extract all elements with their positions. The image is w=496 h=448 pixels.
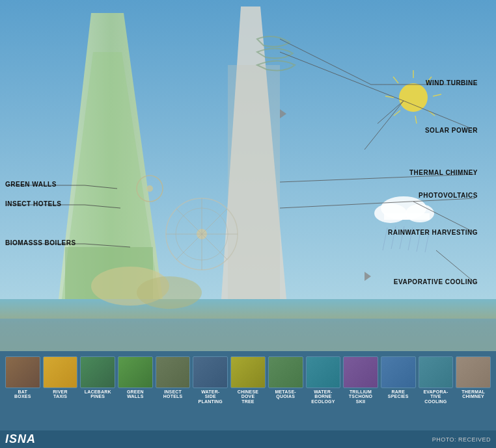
thumb-image-chinese-dove-tree: [230, 356, 266, 388]
thumb-label-metase-quoias: METASE- QUOIAS: [275, 389, 296, 399]
thumb-item-thermal-chimney: THERMAL CHIMNEY: [456, 356, 491, 430]
thumb-item-water-borne-ecology: WATER- BORNE ECOLOGY: [306, 356, 341, 430]
thumb-label-water-borne-ecology: WATER- BORNE ECOLOGY: [311, 389, 335, 404]
thumb-label-bat-boxes: BAT BOXES: [14, 389, 31, 399]
thumb-label-river-taxis: RIVER TAXIS: [53, 389, 67, 399]
thumb-image-water-borne-ecology: [306, 356, 341, 388]
thumb-image-river-taxis: [43, 356, 78, 388]
thumb-image-evaporative-cooling: [419, 356, 454, 388]
thumb-image-rare-species: [381, 356, 416, 388]
label-evaporative-cooling: EVAPORATIVE COOLING: [394, 278, 478, 285]
label-photovoltaics: PHOTOVOLTAICS: [419, 192, 478, 199]
thumb-label-chinese-dove-tree: CHINESE DOVE TREE: [238, 389, 259, 404]
thumb-item-trillium-tschono-skii: TRILLIUM TSCHONO SKII: [343, 356, 378, 430]
thumb-label-insect-hotels: INSECT HOTELS: [163, 389, 183, 399]
label-insect-hotels: INSECT HOTELS: [5, 200, 62, 207]
label-wind-turbine: WIND TURBINE: [426, 79, 478, 86]
thumb-label-evaporative-cooling: EVAPORA- TIVE COOLING: [423, 389, 448, 404]
label-thermal-chimney: THERMAL CHIMNEY: [409, 169, 478, 176]
thumb-label-lacebark-pines: LACEBARK PINES: [85, 389, 111, 399]
thumb-item-lacebark-pines: LACEBARK PINES: [80, 356, 115, 430]
thumb-label-rare-species: RARE SPECIES: [388, 389, 409, 399]
thumb-image-insect-hotels: [156, 356, 191, 388]
label-rainwater-harvesting: RAINWATER HARVESTING: [388, 229, 478, 236]
ground-area: [0, 263, 496, 351]
thumb-label-waterside-planting: WATER- SIDE PLANTING: [199, 389, 223, 404]
main-image: WIND TURBINE SOLAR POWER THERMAL CHIMNEY…: [0, 0, 496, 351]
thumb-item-bat-boxes: BAT BOXES: [5, 356, 40, 430]
thumbnails-row: BAT BOXESRIVER TAXISLACEBARK PINESGREEN …: [0, 351, 496, 430]
thumb-image-lacebark-pines: [80, 356, 115, 388]
bottom-bar: ISNA PHOTO: RECEIVED: [0, 430, 496, 448]
thumb-item-river-taxis: RIVER TAXIS: [43, 356, 78, 430]
thumb-item-green-walls: GREEN WALLS: [118, 356, 153, 430]
thumb-item-insect-hotels: INSECT HOTELS: [156, 356, 191, 430]
thumb-image-thermal-chimney: [456, 356, 491, 388]
thumb-image-green-walls: [118, 356, 153, 388]
label-biomasss-boilers: BIOMASSS BOILERS: [5, 239, 76, 246]
label-solar-power: SOLAR POWER: [425, 127, 478, 134]
thumb-item-chinese-dove-tree: CHINESE DOVE TREE: [230, 356, 266, 430]
thumb-item-waterside-planting: WATER- SIDE PLANTING: [193, 356, 228, 430]
thumb-label-trillium-tschono-skii: TRILLIUM TSCHONO SKII: [349, 389, 372, 404]
thumb-item-rare-species: RARE SPECIES: [381, 356, 416, 430]
bottom-strip: BAT BOXESRIVER TAXISLACEBARK PINESGREEN …: [0, 351, 496, 448]
thumb-image-trillium-tschono-skii: [343, 356, 378, 388]
thumb-label-thermal-chimney: THERMAL CHIMNEY: [462, 389, 485, 399]
thumb-image-metase-quoias: [268, 356, 303, 388]
thumb-item-evaporative-cooling: EVAPORA- TIVE COOLING: [419, 356, 454, 430]
app-container: WIND TURBINE SOLAR POWER THERMAL CHIMNEY…: [0, 0, 496, 448]
thumb-label-green-walls: GREEN WALLS: [127, 389, 144, 399]
photo-credit: PHOTO: RECEIVED: [432, 436, 491, 443]
thumb-image-waterside-planting: [193, 356, 228, 388]
isna-logo: ISNA: [5, 432, 36, 446]
thumb-image-bat-boxes: [5, 356, 40, 388]
thumb-item-metase-quoias: METASE- QUOIAS: [268, 356, 303, 430]
label-green-walls: GREEN WALLS: [5, 181, 57, 188]
